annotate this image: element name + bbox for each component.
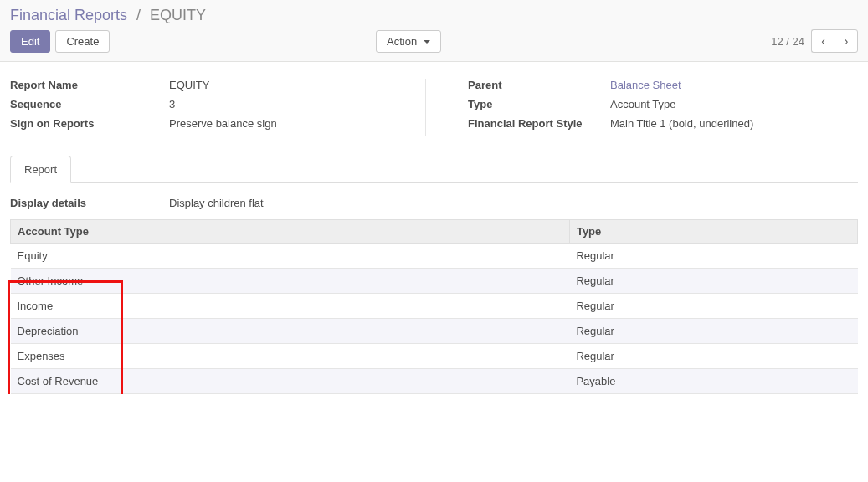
report-name-label: Report Name — [10, 79, 169, 91]
pager-prev-button[interactable]: ‹ — [811, 29, 835, 53]
sequence-value: 3 — [169, 98, 400, 110]
style-value: Main Title 1 (bold, underlined) — [610, 117, 858, 130]
breadcrumb-parent-link[interactable]: Financial Reports — [10, 7, 127, 23]
chevron-left-icon: ‹ — [821, 34, 825, 48]
action-label: Action — [387, 35, 417, 48]
col-account-type[interactable]: Account Type — [11, 220, 570, 244]
cell-type: Payable — [569, 369, 857, 394]
cell-account-type: Income — [11, 294, 570, 319]
table-row[interactable]: EquityRegular — [11, 244, 858, 269]
form-body: Report Name EQUITY Sequence 3 Sign on Re… — [0, 62, 868, 394]
pager-text: 12 / 24 — [771, 35, 804, 48]
cell-account-type: Equity — [11, 244, 570, 269]
chevron-down-icon — [424, 40, 430, 44]
table-row[interactable]: Other IncomeRegular — [11, 269, 858, 294]
sign-label: Sign on Reports — [10, 117, 169, 130]
tabs: Report — [10, 155, 858, 183]
table-row[interactable]: IncomeRegular — [11, 294, 858, 319]
report-name-value: EQUITY — [169, 79, 400, 91]
cell-account-type: Other Income — [11, 269, 570, 294]
form-col-left: Report Name EQUITY Sequence 3 Sign on Re… — [10, 79, 400, 136]
tab-content: Display details Display children flat Ac… — [10, 183, 858, 394]
account-type-table: Account Type Type EquityRegularOther Inc… — [10, 219, 858, 394]
cell-type: Regular — [569, 319, 857, 344]
parent-label: Parent — [468, 79, 610, 91]
cell-account-type: Expenses — [11, 344, 570, 369]
tab-report[interactable]: Report — [10, 156, 71, 183]
action-dropdown[interactable]: Action — [376, 30, 441, 53]
breadcrumb-current: EQUITY — [150, 7, 206, 23]
table-row[interactable]: Cost of RevenuePayable — [11, 369, 858, 394]
cell-type: Regular — [569, 344, 857, 369]
cell-account-type: Cost of Revenue — [11, 369, 570, 394]
display-details-value: Display children flat — [169, 197, 858, 209]
pager-next-button[interactable]: › — [835, 29, 858, 53]
toolbar: Edit Create Action 12 / 24 ‹ › — [10, 29, 858, 53]
column-divider — [425, 79, 426, 136]
breadcrumb: Financial Reports / EQUITY — [10, 7, 858, 24]
display-details-label: Display details — [10, 197, 169, 209]
chevron-right-icon: › — [845, 34, 849, 48]
style-label: Financial Report Style — [468, 117, 610, 130]
create-button[interactable]: Create — [55, 30, 110, 53]
sign-value: Preserve balance sign — [169, 117, 400, 130]
col-type[interactable]: Type — [569, 220, 857, 244]
type-label: Type — [468, 98, 610, 110]
table-row[interactable]: ExpensesRegular — [11, 344, 858, 369]
sequence-label: Sequence — [10, 98, 169, 110]
pager: 12 / 24 ‹ › — [771, 29, 858, 53]
header-bar: Financial Reports / EQUITY Edit Create A… — [0, 0, 868, 62]
parent-link[interactable]: Balance Sheet — [610, 79, 681, 91]
form-col-right: Parent Balance Sheet Type Account Type F… — [468, 79, 858, 136]
table-row[interactable]: DepreciationRegular — [11, 319, 858, 344]
edit-button[interactable]: Edit — [10, 30, 50, 53]
cell-type: Regular — [569, 269, 857, 294]
cell-account-type: Depreciation — [11, 319, 570, 344]
cell-type: Regular — [569, 244, 857, 269]
type-value: Account Type — [610, 98, 858, 110]
form-sheet: Report Name EQUITY Sequence 3 Sign on Re… — [10, 79, 858, 136]
breadcrumb-separator: / — [136, 7, 141, 23]
cell-type: Regular — [569, 294, 857, 319]
